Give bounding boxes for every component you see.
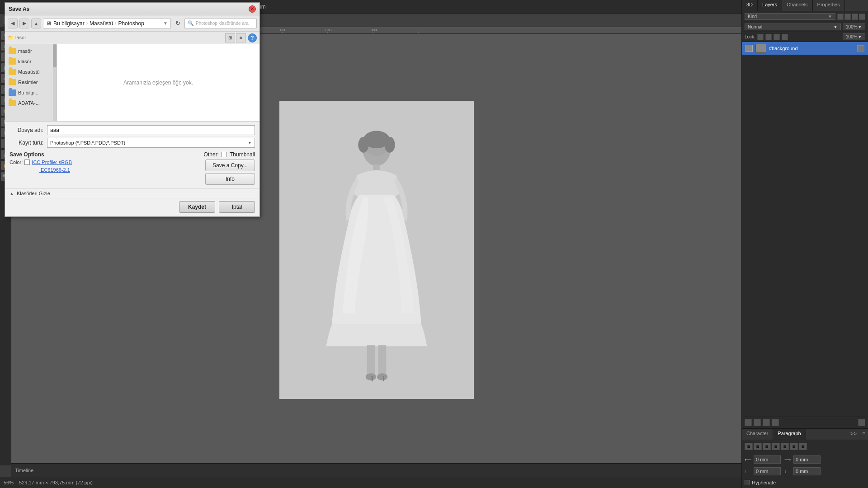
info-button[interactable]: Info <box>205 173 255 185</box>
other-thumbnail-row: Other: Thumbnail <box>204 151 255 158</box>
filetype-value: Photoshop (*.PSD;*.PDD;*.PSDT) <box>50 140 125 145</box>
icc-profile-link[interactable]: ICC Profile: sRGB <box>32 160 72 165</box>
view-toggle-btn[interactable]: ⊞ <box>225 33 235 42</box>
sidebar-label-klasor: klasör <box>18 59 31 64</box>
thumbnail-label: Thumbnail <box>230 151 255 158</box>
sidebar-label-masor: masör <box>18 48 32 54</box>
filetype-label: Kayıt türü: <box>9 140 43 146</box>
path-sep-1: › <box>86 21 88 26</box>
folder-label: 📁 lasor <box>8 35 26 41</box>
sidebar-label-masaustu: Masaüstü <box>18 69 40 75</box>
dialog-title: Save As <box>9 6 29 12</box>
address-path[interactable]: 🖥 Bu bilgisayar › Masaüstü › Photoshop ▼ <box>43 18 171 29</box>
dialog-main-buttons: Kaydet İptal <box>5 198 259 216</box>
dialog-body: masör klasör Masaüstü Resimler Bu bilgi.… <box>5 44 259 121</box>
search-icon: 🔍 <box>188 20 194 26</box>
path-dropdown-chevron[interactable]: ▼ <box>163 21 168 26</box>
nav-forward-button[interactable]: ▶ <box>19 19 29 28</box>
icc-profile-subtitle: IEC61966-2.1 <box>9 167 72 173</box>
cancel-button[interactable]: İptal <box>219 201 255 213</box>
filename-input[interactable] <box>47 125 255 135</box>
folder-icon-adata <box>9 100 16 106</box>
search-box[interactable]: 🔍 Photoshop klasöründe ara <box>184 18 257 29</box>
sidebar-item-masor[interactable]: masör <box>5 46 57 56</box>
dialog-sidebar: masör klasör Masaüstü Resimler Bu bilgi.… <box>5 44 57 121</box>
refresh-button[interactable]: ↻ <box>173 19 183 28</box>
icc-profile-checkbox[interactable] <box>24 160 30 165</box>
sidebar-item-bilgisayar[interactable]: Bu bilgi... <box>5 88 57 98</box>
nav-up-button[interactable]: ▲ <box>31 19 41 28</box>
filename-row: Dosya adı: <box>9 125 255 135</box>
save-options-title: Save Options <box>9 151 72 158</box>
empty-message: Aramanızla eşleşen öğe yok. <box>123 80 193 86</box>
other-label: Other: <box>204 151 219 158</box>
options-right: Other: Thumbnail Save a Copy... Info <box>204 151 255 185</box>
sidebar-item-adata[interactable]: ADATA-... <box>5 98 57 108</box>
save-copy-button[interactable]: Save a Copy... <box>205 160 255 171</box>
dialog-close-button[interactable]: ✕ <box>249 5 256 13</box>
folder-icon-bilgisayar <box>9 89 16 96</box>
icc-profile-version[interactable]: IEC61966-2.1 <box>39 167 70 173</box>
color-option-row: Color: ICC Profile: sRGB <box>9 160 72 165</box>
dialog-address-bar: ◀ ▶ ▲ 🖥 Bu bilgisayar › Masaüstü › Photo… <box>5 15 259 32</box>
filetype-select-wrapper: Photoshop (*.PSD;*.PDD;*.PSDT) ▼ <box>47 138 255 148</box>
sidebar-label-adata: ADATA-... <box>18 100 40 106</box>
dialog-bottom: Dosya adı: Kayıt türü: Photoshop (*.PSD;… <box>5 121 259 188</box>
dialog-saveas: Save As ✕ ◀ ▶ ▲ 🖥 Bu bilgisayar › Masaüs… <box>5 2 260 217</box>
sidebar-item-klasor[interactable]: klasör <box>5 56 57 66</box>
folders-toggle-label: Klasörleri Gizle <box>17 191 50 196</box>
dialog-files-area[interactable]: Aramanızla eşleşen öğe yok. <box>57 44 259 121</box>
sidebar-label-resimler: Resimler <box>18 80 38 85</box>
thumbnail-checkbox[interactable] <box>222 152 227 157</box>
save-options-section: Save Options Color: ICC Profile: sRGB IE… <box>9 151 255 185</box>
folder-icon-klasor <box>9 58 16 65</box>
dialog-info-button[interactable]: ? <box>248 33 257 42</box>
filetype-select[interactable]: Photoshop (*.PSD;*.PDD;*.PSDT) ▼ <box>47 138 255 148</box>
folder-icon-resimler <box>9 79 16 85</box>
folder-icon-masaustu <box>9 69 16 75</box>
path-part-1: Bu bilgisayar <box>53 20 85 27</box>
options-left: Save Options Color: ICC Profile: sRGB IE… <box>9 151 72 173</box>
sidebar-label-bilgisayar: Bu bilgi... <box>18 90 38 95</box>
folder-icon-masor <box>9 48 16 54</box>
filetype-row: Kayıt türü: Photoshop (*.PSD;*.PDD;*.PSD… <box>9 138 255 148</box>
color-label: Color: <box>9 160 23 165</box>
filetype-chevron: ▼ <box>248 141 252 145</box>
sidebar-item-masaustu[interactable]: Masaüstü <box>5 67 57 77</box>
search-placeholder: Photoshop klasöründe ara <box>196 21 249 26</box>
path-sep-2: › <box>115 21 116 26</box>
folders-toggle[interactable]: ▲ Klasörleri Gizle <box>5 188 259 198</box>
path-part-2: Masaüstü <box>90 20 113 27</box>
toggle-arrow-icon: ▲ <box>9 191 14 196</box>
filename-label: Dosya adı: <box>9 127 43 133</box>
dialog-titlebar: Save As ✕ <box>5 3 259 15</box>
sidebar-item-resimler[interactable]: Resimler <box>5 77 57 87</box>
path-part-3: Photoshop <box>118 20 144 27</box>
save-button[interactable]: Kaydet <box>179 201 215 213</box>
nav-back-button[interactable]: ◀ <box>8 19 18 28</box>
dialog-overlay: Save As ✕ ◀ ▶ ▲ 🖥 Bu bilgisayar › Masaüs… <box>0 0 868 488</box>
path-icon: 🖥 <box>46 20 52 27</box>
view-list-btn[interactable]: ≡ <box>236 33 246 42</box>
